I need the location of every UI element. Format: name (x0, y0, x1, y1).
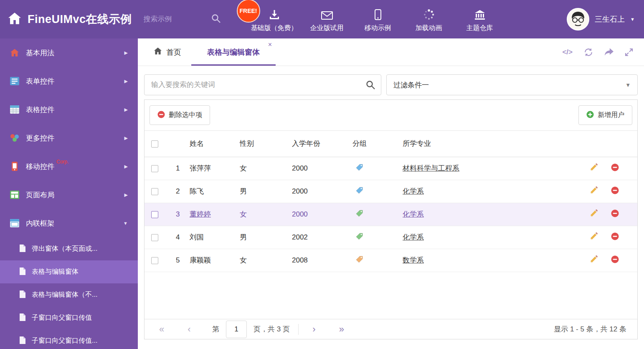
filter-dropdown[interactable]: 过滤条件一 ▼ (386, 74, 638, 95)
file-icon (19, 313, 26, 323)
sidebar-item-form-controls[interactable]: 表单控件 ▶ (0, 67, 138, 95)
grid-body: 姓名 性别 入学年份 分组 所学专业 1 (145, 131, 637, 319)
last-page-button[interactable]: » (335, 324, 348, 335)
keyword-search-input[interactable] (144, 74, 381, 95)
edit-icon[interactable] (590, 255, 598, 265)
sidebar-item-grid-controls[interactable]: 表格控件 ▶ (0, 95, 138, 124)
chevron-right-icon: ▶ (124, 107, 128, 112)
table-row[interactable]: 2 陈飞 男 2000 化学系 (145, 180, 637, 203)
file-icon (19, 290, 26, 300)
pagination-bar: « ‹ 第 页，共 3 页 › » 显示 1 - 5 条，共 12 条 (145, 319, 637, 339)
nav-item-basic-edition[interactable]: FREE! 基础版（免费） (251, 6, 298, 33)
nav-item-enterprise-trial[interactable]: 企业版试用 (305, 6, 349, 33)
cell-name: 张萍萍 (190, 157, 240, 180)
table-row[interactable]: 4 刘国 男 2002 化学系 (145, 226, 637, 249)
delete-selected-button[interactable]: 删除选中项 (150, 105, 210, 125)
row-checkbox[interactable] (151, 257, 158, 264)
edit-icon[interactable] (590, 163, 598, 173)
search-icon[interactable] (211, 14, 221, 25)
sidebar-subitem-grid-edit-window[interactable]: 表格与编辑窗体 (0, 260, 138, 283)
tag-icon (355, 163, 363, 171)
cell-gender: 女 (240, 157, 292, 180)
row-checkbox[interactable] (151, 211, 158, 218)
refresh-icon[interactable] (584, 48, 593, 57)
file-icon (19, 244, 26, 254)
major-link[interactable]: 化学系 (403, 187, 424, 195)
main-area: 首页 表格与编辑窗体 × </> (138, 38, 644, 349)
delete-icon[interactable] (611, 232, 619, 242)
major-link[interactable]: 数学系 (403, 256, 424, 264)
col-gender: 性别 (240, 131, 292, 157)
table-row-selected[interactable]: 3 董婷婷 女 2000 化学系 (145, 203, 637, 226)
sidebar-subitem-child-to-parent-2[interactable]: 子窗口向父窗口传值... (0, 329, 138, 349)
row-checkbox[interactable] (151, 234, 158, 241)
nav-item-theme-repo[interactable]: 主题仓库 (458, 6, 502, 33)
cell-year: 2000 (292, 203, 352, 226)
corp-badge: Corp. (56, 159, 68, 165)
tag-icon (355, 209, 363, 217)
edit-icon[interactable] (590, 232, 598, 242)
sidebar-item-more-controls[interactable]: 更多控件 ▶ (0, 124, 138, 152)
shapes-icon (9, 134, 20, 142)
nav-label: 移动示例 (365, 24, 391, 33)
row-number: 5 (165, 249, 190, 272)
brand[interactable]: FineUIMvc在线示例 (8, 12, 132, 27)
share-icon[interactable] (604, 48, 614, 56)
page-number-input[interactable] (226, 321, 247, 338)
app-title: FineUIMvc在线示例 (28, 12, 132, 27)
cell-year: 2002 (292, 226, 352, 249)
major-link[interactable]: 化学系 (403, 210, 424, 218)
sidebar-subitem-popup-window[interactable]: 弹出窗体（本页面或... (0, 237, 138, 260)
delete-icon[interactable] (611, 186, 619, 196)
add-user-button[interactable]: 新增用户 (578, 105, 632, 125)
major-link[interactable]: 化学系 (403, 233, 424, 241)
first-page-button[interactable]: « (155, 324, 168, 335)
cell-name: 刘国 (190, 226, 240, 249)
nav-label: 基础版（免费） (251, 24, 298, 33)
tag-icon (355, 186, 363, 194)
nav-item-mobile-demo[interactable]: 移动示例 (356, 6, 400, 33)
app-root: FineUIMvc在线示例 FREE! 基础版（免费） 企业版试用 (0, 0, 644, 349)
chevron-right-icon: ▶ (124, 164, 128, 169)
delete-icon[interactable] (611, 255, 619, 265)
sidebar-item-mobile-controls[interactable]: 移动控件 Corp. ▶ (0, 152, 138, 181)
sidebar-item-page-layout[interactable]: 页面布局 ▶ (0, 181, 138, 209)
table-row[interactable]: 1 张萍萍 女 2000 材料科学与工程系 (145, 157, 637, 180)
user-menu[interactable]: 三生石上 ▼ (567, 8, 635, 31)
row-checkbox[interactable] (151, 165, 158, 172)
nav-item-loading-animation[interactable]: 加载动画 (407, 6, 451, 33)
next-page-button[interactable]: › (308, 324, 320, 335)
expand-icon[interactable] (625, 48, 633, 56)
chevron-right-icon: ▶ (124, 192, 128, 198)
table-row[interactable]: 5 康颖颖 女 2008 数学系 (145, 249, 637, 272)
row-checkbox[interactable] (151, 188, 158, 195)
select-all-checkbox[interactable] (151, 140, 158, 148)
grid-panel: 删除选中项 新增用户 (144, 99, 638, 339)
cell-year: 2000 (292, 180, 352, 203)
phone-icon (9, 162, 20, 171)
grid-toolbar: 删除选中项 新增用户 (145, 100, 637, 131)
table-icon (9, 105, 20, 114)
sidebar-subitem-child-to-parent[interactable]: 子窗口向父窗口传值 (0, 306, 138, 329)
table-header-row: 姓名 性别 入学年份 分组 所学专业 (145, 131, 637, 157)
download-icon (269, 8, 280, 20)
edit-icon[interactable] (590, 186, 598, 196)
sidebar-subitem-grid-edit-window-2[interactable]: 表格与编辑窗体（不... (0, 283, 138, 306)
cell-name: 陈飞 (190, 180, 240, 203)
major-link[interactable]: 材料科学与工程系 (403, 164, 459, 172)
search-icon[interactable] (366, 80, 375, 91)
code-icon[interactable]: </> (562, 48, 573, 56)
free-badge: FREE! (237, 0, 260, 23)
sidebar-item-basic-usage[interactable]: 基本用法 ▶ (0, 38, 138, 67)
tab-home[interactable]: 首页 (144, 38, 191, 66)
edit-icon[interactable] (590, 209, 598, 219)
tab-grid-edit-window[interactable]: 表格与编辑窗体 × (191, 38, 276, 66)
frame-icon (9, 219, 20, 227)
close-icon[interactable]: × (268, 41, 272, 48)
top-search-input[interactable] (144, 15, 206, 23)
sidebar-item-iframe[interactable]: 内联框架 ▼ (0, 209, 138, 237)
prev-page-button[interactable]: ‹ (183, 324, 195, 335)
tab-tools: </> (562, 38, 644, 66)
delete-icon[interactable] (611, 163, 619, 173)
delete-icon[interactable] (611, 209, 619, 219)
